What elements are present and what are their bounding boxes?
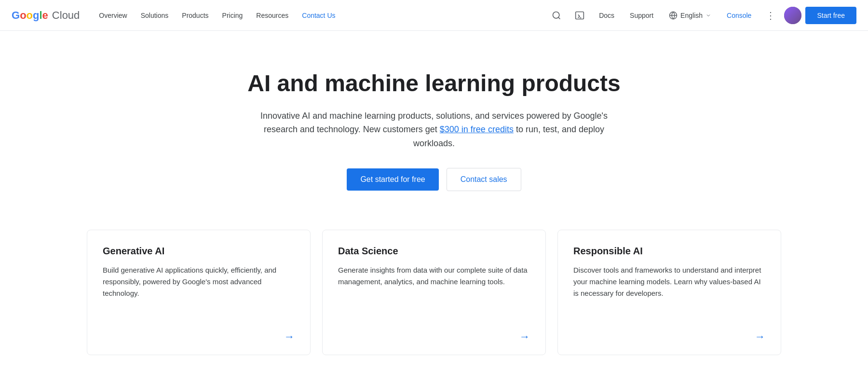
credits-link[interactable]: $300 in free credits bbox=[440, 124, 514, 134]
arrow-icon: → bbox=[755, 331, 765, 343]
hero-section: AI and machine learning products Innovat… bbox=[217, 31, 651, 220]
nav-overview[interactable]: Overview bbox=[93, 8, 133, 23]
support-button[interactable]: Support bbox=[624, 8, 659, 23]
svg-line-1 bbox=[558, 17, 560, 19]
nav-resources[interactable]: Resources bbox=[250, 8, 294, 23]
language-selector[interactable]: English bbox=[663, 7, 717, 24]
card-generative-ai-title: Generative AI bbox=[103, 246, 295, 257]
card-data-science[interactable]: Data Science Generate insights from data… bbox=[322, 230, 546, 355]
cloud-logo-text: Cloud bbox=[52, 9, 80, 22]
nav-links: Overview Solutions Products Pricing Reso… bbox=[93, 8, 547, 23]
nav-solutions[interactable]: Solutions bbox=[135, 8, 175, 23]
card-responsible-ai-arrow: → bbox=[573, 331, 765, 343]
hero-description: Innovative AI and machine learning produ… bbox=[251, 109, 617, 151]
chevron-down-icon bbox=[705, 13, 711, 18]
terminal-button[interactable] bbox=[570, 6, 589, 25]
cards-section: Generative AI Build generative AI applic… bbox=[48, 220, 820, 384]
hero-title: AI and machine learning products bbox=[229, 69, 639, 97]
start-free-button[interactable]: Start free bbox=[805, 7, 856, 24]
nav-contact-us[interactable]: Contact Us bbox=[296, 8, 341, 23]
user-avatar[interactable] bbox=[784, 7, 801, 24]
search-button[interactable] bbox=[547, 6, 566, 25]
docs-button[interactable]: Docs bbox=[593, 8, 620, 23]
card-generative-ai-desc: Build generative AI applications quickly… bbox=[103, 264, 295, 319]
google-cloud-logo[interactable]: Google Cloud bbox=[12, 9, 80, 22]
nav-right: Docs Support English Console ⋮ Start fre… bbox=[547, 6, 856, 25]
card-responsible-ai[interactable]: Responsible AI Discover tools and framew… bbox=[557, 230, 781, 355]
svg-point-0 bbox=[553, 12, 559, 18]
card-generative-ai[interactable]: Generative AI Build generative AI applic… bbox=[87, 230, 311, 355]
cards-grid: Generative AI Build generative AI applic… bbox=[87, 230, 781, 355]
arrow-icon: → bbox=[284, 331, 295, 343]
card-data-science-desc: Generate insights from data with our com… bbox=[338, 264, 530, 319]
console-link[interactable]: Console bbox=[721, 8, 757, 23]
navbar: Google Cloud Overview Solutions Products… bbox=[0, 0, 868, 31]
card-data-science-title: Data Science bbox=[338, 246, 530, 257]
card-data-science-arrow: → bbox=[338, 331, 530, 343]
nav-products[interactable]: Products bbox=[176, 8, 214, 23]
card-generative-ai-arrow: → bbox=[103, 331, 295, 343]
arrow-icon: → bbox=[519, 331, 530, 343]
nav-pricing[interactable]: Pricing bbox=[217, 8, 249, 23]
google-g-logo: Google bbox=[12, 10, 48, 21]
avatar-image bbox=[784, 7, 801, 24]
get-started-button[interactable]: Get started for free bbox=[347, 168, 438, 191]
language-label: English bbox=[680, 12, 703, 19]
card-responsible-ai-desc: Discover tools and frameworks to underst… bbox=[573, 264, 765, 319]
hero-buttons: Get started for free Contact sales bbox=[229, 168, 639, 191]
contact-sales-button[interactable]: Contact sales bbox=[447, 168, 521, 191]
card-responsible-ai-title: Responsible AI bbox=[573, 246, 765, 257]
more-options-button[interactable]: ⋮ bbox=[761, 6, 780, 25]
